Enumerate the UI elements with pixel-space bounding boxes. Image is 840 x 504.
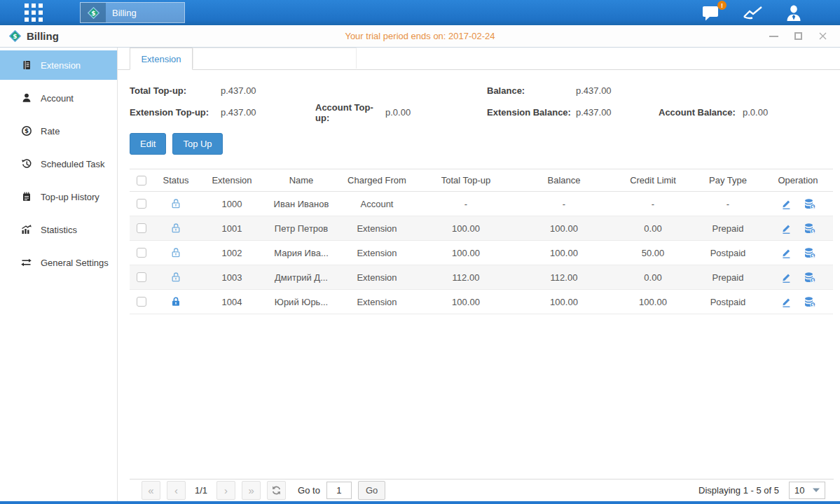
cell-name: Юрий Юрь... <box>266 297 337 307</box>
column-header-charged-from: Charged From <box>337 175 417 186</box>
cell-charged-from: Account <box>337 199 417 209</box>
account-balance-value: p.0.00 <box>743 107 768 118</box>
top-up-button[interactable]: Top Up <box>172 133 222 155</box>
go-button[interactable]: Go <box>358 481 385 500</box>
cell-extension: 1003 <box>198 272 266 283</box>
table-row: 1001Петр ПетровExtension100.00100.000.00… <box>130 216 833 241</box>
page-indicator: 1/1 <box>195 485 207 496</box>
operation-cell: $ <box>763 272 833 284</box>
svg-text:$: $ <box>811 204 815 209</box>
maximize-icon[interactable] <box>793 31 803 41</box>
topup-coins-icon[interactable]: $ <box>804 272 816 284</box>
column-header-credit-limit: Credit Limit <box>613 175 693 186</box>
table-row: 1000Иван ИвановAccount----$ <box>130 192 833 216</box>
select-all-cell <box>130 176 153 186</box>
edit-pencil-icon[interactable] <box>780 198 792 210</box>
cell-charged-from: Extension <box>337 297 417 307</box>
cell-name: Мария Ива... <box>266 248 337 258</box>
sidebar-item-statistics[interactable]: Statistics <box>0 215 117 244</box>
page-title: Billing <box>27 30 59 42</box>
balance-label: Balance: <box>487 85 576 96</box>
user-account-icon[interactable] <box>784 4 804 22</box>
sidebar-item-extension[interactable]: Extension <box>0 50 117 80</box>
account-topup-value: p.0.00 <box>385 107 411 118</box>
edit-button[interactable]: Edit <box>130 133 166 155</box>
table-body: 1000Иван ИвановAccount----$1001Петр Петр… <box>130 192 833 314</box>
sidebar-item-label: Account <box>41 93 74 104</box>
next-page-icon[interactable]: › <box>216 481 235 500</box>
last-page-icon[interactable]: » <box>242 481 261 500</box>
row-checkbox[interactable] <box>137 223 146 233</box>
row-checkbox[interactable] <box>137 248 146 258</box>
taskbar-tab-billing[interactable]: $ Billing <box>80 2 185 23</box>
cell-extension: 1004 <box>198 297 266 307</box>
edit-pencil-icon[interactable] <box>780 272 792 284</box>
column-header-total-top-up: Total Top-up <box>417 175 515 186</box>
topup-coins-icon[interactable]: $ <box>804 198 816 210</box>
status-cell <box>153 247 198 258</box>
row-checkbox-cell <box>130 297 153 307</box>
close-icon[interactable] <box>818 31 827 41</box>
cell-extension: 1002 <box>198 248 266 258</box>
svg-text:$: $ <box>13 33 17 40</box>
edit-pencil-icon[interactable] <box>780 296 792 308</box>
status-cell <box>153 198 198 209</box>
minimize-icon[interactable] <box>769 31 778 41</box>
apps-grid-icon[interactable] <box>24 4 43 22</box>
cell-pay-type: - <box>693 199 763 209</box>
main-panel: Extension Total Top-up: p.437.00 Extensi… <box>118 48 840 501</box>
row-checkbox[interactable] <box>137 297 146 307</box>
sidebar-item-label: Extension <box>41 60 81 71</box>
row-checkbox[interactable] <box>137 199 146 209</box>
operation-cell: $ <box>763 198 833 210</box>
status-cell <box>153 223 198 234</box>
table-row: 1004Юрий Юрь...Extension100.00100.00100.… <box>130 290 833 314</box>
select-all-checkbox[interactable] <box>137 176 146 186</box>
sidebar-item-account[interactable]: Account <box>0 83 117 113</box>
goto-page-input[interactable] <box>326 482 352 499</box>
sidebar-item-general-settings[interactable]: General Settings <box>0 248 117 277</box>
notifications-chat-icon[interactable]: ! <box>701 4 722 22</box>
bar-chart-icon <box>20 224 32 235</box>
cell-extension: 1001 <box>198 223 266 234</box>
taskbar: $ Billing ! <box>0 0 840 25</box>
tab-extension[interactable]: Extension <box>130 48 193 70</box>
table-header-row: StatusExtensionNameCharged FromTotal Top… <box>130 169 833 192</box>
edit-pencil-icon[interactable] <box>780 247 792 259</box>
topup-coins-icon[interactable]: $ <box>804 296 816 308</box>
page-size-select[interactable]: 10 <box>789 482 825 499</box>
topup-coins-icon[interactable]: $ <box>804 223 816 234</box>
row-checkbox[interactable] <box>137 272 146 282</box>
tab-extension-label: Extension <box>141 54 181 64</box>
sidebar-item-scheduled-task[interactable]: Scheduled Task <box>0 149 117 178</box>
topup-coins-icon[interactable]: $ <box>804 247 816 259</box>
window-titlebar: $ Billing Your trial period ends on: 201… <box>0 25 840 48</box>
sidebar-menu: ExtensionAccount$RateScheduled TaskTop-u… <box>0 48 118 501</box>
cell-name: Петр Петров <box>266 223 337 234</box>
cell-name: Дмитрий Д... <box>266 272 337 283</box>
row-checkbox-cell <box>130 199 153 209</box>
first-page-icon[interactable]: « <box>142 481 160 500</box>
billing-diamond-icon: $ <box>9 30 21 42</box>
window-bottom-edge <box>0 501 840 504</box>
cell-charged-from: Extension <box>337 223 417 234</box>
svg-text:$: $ <box>91 9 95 16</box>
cell-total-topup: 100.00 <box>417 223 515 234</box>
row-checkbox-cell <box>130 272 153 282</box>
edit-pencil-icon[interactable] <box>780 223 792 234</box>
ledger-icon <box>20 59 32 71</box>
svg-text:$: $ <box>811 228 815 234</box>
refresh-icon[interactable] <box>267 481 286 500</box>
column-header-name: Name <box>266 175 337 186</box>
account-topup-label: Account Top-up: <box>315 102 385 123</box>
total-topup-value: p.437.00 <box>221 85 256 96</box>
sidebar-item-top-up-history[interactable]: Top-up History <box>0 182 117 211</box>
resource-monitor-chart-icon[interactable] <box>742 4 764 22</box>
extension-balance-value: p.437.00 <box>576 107 659 118</box>
sidebar-item-rate[interactable]: $Rate <box>0 116 117 146</box>
prev-page-icon[interactable]: ‹ <box>167 481 186 500</box>
table-row: 1003Дмитрий Д...Extension112.00112.000.0… <box>130 265 833 290</box>
cell-balance: 100.00 <box>515 297 613 307</box>
dollar-circle-icon: $ <box>20 125 32 136</box>
column-header-balance: Balance <box>515 175 613 186</box>
